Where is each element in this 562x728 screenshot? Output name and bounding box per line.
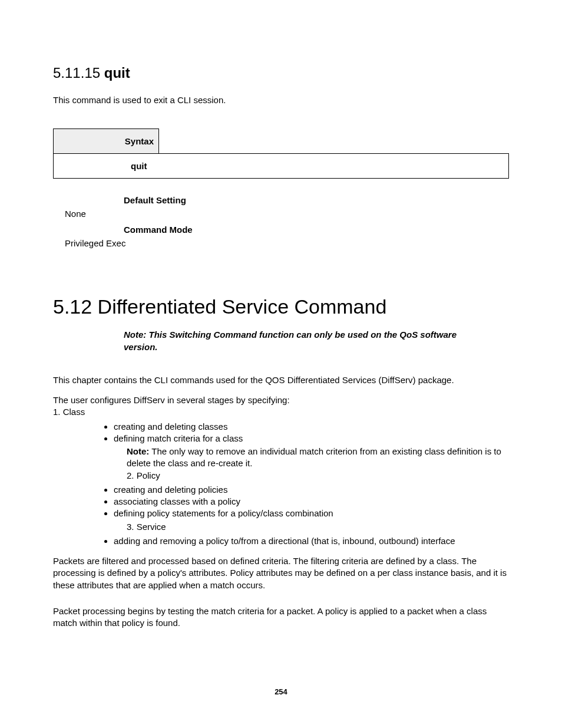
list-item: associating classes with a policy bbox=[114, 496, 509, 508]
service-bullets: adding and removing a policy to/from a d… bbox=[53, 535, 509, 547]
list-item: defining match criteria for a class bbox=[114, 433, 509, 444]
syntax-header-cell: Syntax bbox=[54, 129, 159, 154]
default-setting-label: Default Setting bbox=[124, 195, 509, 205]
list-item: defining policy statements for a policy/… bbox=[114, 508, 509, 519]
list-item: creating and deleting policies bbox=[114, 484, 509, 496]
chapter-intro: This chapter contains the CLI commands u… bbox=[53, 374, 509, 386]
command-mode-value: Privileged Exec bbox=[65, 238, 509, 248]
policy-bullets: creating and deleting policies associati… bbox=[53, 484, 509, 520]
list-item: creating and deleting classes bbox=[114, 421, 509, 433]
qos-note: Note: This Switching Command function ca… bbox=[124, 329, 491, 353]
section-heading: 5.12 Differentiated Service Command bbox=[53, 295, 509, 318]
stages-intro: The user configures DiffServ in several … bbox=[53, 394, 509, 406]
note-label: Note: bbox=[127, 446, 149, 456]
stage-3-label: 3. Service bbox=[127, 521, 509, 533]
default-setting-value: None bbox=[65, 209, 509, 219]
packets-para-1: Packets are filtered and processed based… bbox=[53, 555, 509, 591]
subsection-heading: 5.11.15 quit bbox=[53, 65, 509, 81]
subsection-title: quit bbox=[104, 65, 130, 81]
class-note: Note: The only way to remove an individu… bbox=[127, 446, 509, 470]
note-text: The only way to remove an individual mat… bbox=[127, 446, 501, 468]
syntax-body-spacer bbox=[159, 154, 509, 179]
command-mode-label: Command Mode bbox=[124, 225, 509, 235]
subsection-number: 5.11.15 bbox=[53, 65, 100, 81]
syntax-header-spacer bbox=[159, 129, 509, 154]
list-item: adding and removing a policy to/from a d… bbox=[114, 535, 509, 547]
command-description: This command is used to exit a CLI sessi… bbox=[53, 94, 509, 106]
packets-para-2: Packet processing begins by testing the … bbox=[53, 605, 509, 630]
document-page: 5.11.15 quit This command is used to exi… bbox=[0, 0, 562, 728]
stage-1-label: 1. Class bbox=[53, 406, 509, 418]
stage-2-label: 2. Policy bbox=[127, 470, 509, 482]
syntax-table: Syntax quit bbox=[53, 129, 509, 179]
page-number: 254 bbox=[0, 687, 562, 696]
syntax-body-cell: quit bbox=[54, 154, 159, 179]
class-bullets: creating and deleting classes defining m… bbox=[53, 421, 509, 445]
